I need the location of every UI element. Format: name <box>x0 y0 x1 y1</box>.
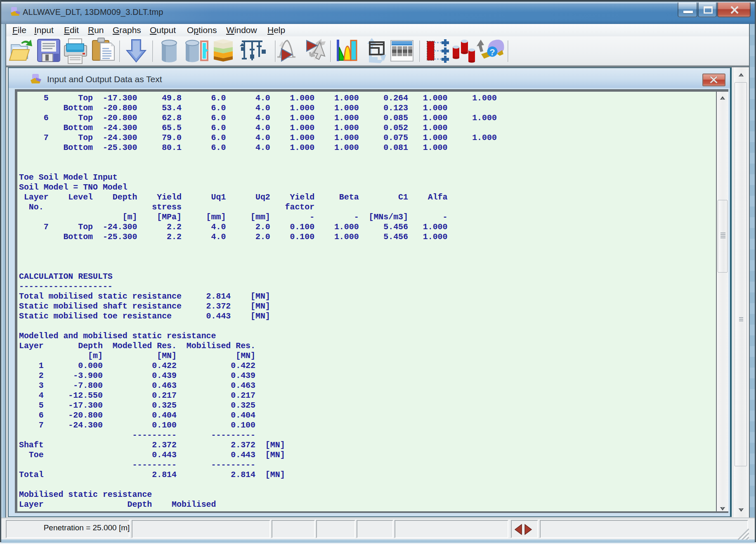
svg-text:?: ? <box>489 47 495 57</box>
